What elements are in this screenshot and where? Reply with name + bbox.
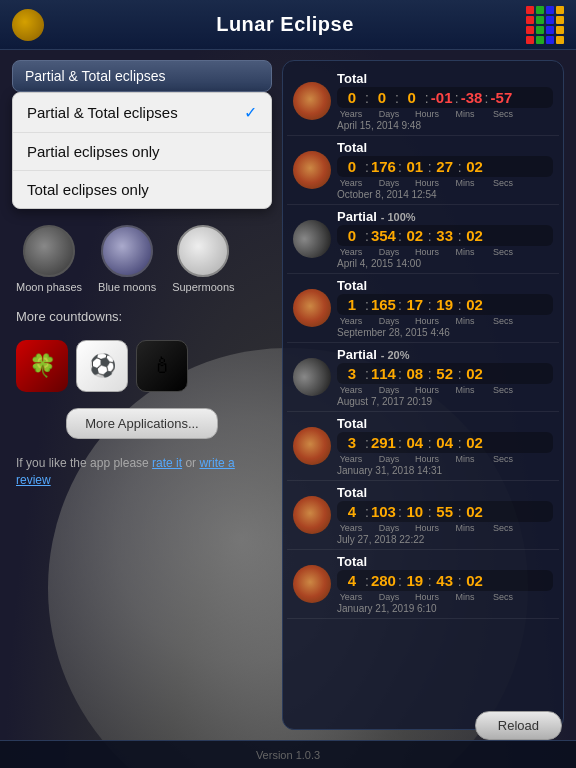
eclipse-info: Partial- 20%3:114:08:52:02YearsDaysHours… <box>337 347 553 407</box>
grid-icon[interactable] <box>526 6 564 44</box>
countdown-separator: : <box>396 297 404 313</box>
reload-area: Reload <box>475 711 562 740</box>
countdown-label-hours: Hours <box>413 316 441 326</box>
countdown-label-mins: Mins <box>451 316 479 326</box>
countdown-labels-row: YearsDaysHoursMinsSecs <box>337 454 553 464</box>
countdown-value-4: 02 <box>464 227 486 244</box>
eclipse-type-label: Total <box>337 554 553 569</box>
countdown-separator: : <box>396 159 404 175</box>
countdown-separator: : <box>396 435 404 451</box>
countdown-value-0: 0 <box>341 89 363 106</box>
countdown-row: 3:291:04:04:02 <box>337 432 553 453</box>
app-icon-2[interactable]: ⚽ <box>76 340 128 392</box>
blue-moons-item[interactable]: Blue moons <box>98 225 156 293</box>
eclipse-type-detail: - 100% <box>381 211 416 223</box>
countdown-label-hours: Hours <box>413 523 441 533</box>
eclipse-moon-thumbnail <box>293 427 331 465</box>
countdown-label-years: Years <box>337 316 365 326</box>
dropdown-item-label: Partial eclipses only <box>27 143 160 160</box>
countdown-labels-row: YearsDaysHoursMinsSecs <box>337 385 553 395</box>
dropdown-item-total[interactable]: Total eclipses only <box>13 171 271 208</box>
app-header: Lunar Eclipse <box>0 0 576 50</box>
countdown-separator: : <box>483 90 491 106</box>
countdown-separator: : <box>426 366 434 382</box>
countdown-value-2: 17 <box>404 296 426 313</box>
countdown-label-hours: Hours <box>413 385 441 395</box>
countdown-value-2: 0 <box>401 89 423 106</box>
eclipse-entry-3: Total1:165:17:19:02YearsDaysHoursMinsSec… <box>287 274 559 343</box>
countdown-row: 0:354:02:33:02 <box>337 225 553 246</box>
eclipse-info: Total4:280:19:43:02YearsDaysHoursMinsSec… <box>337 554 553 614</box>
countdown-separator: : <box>423 90 431 106</box>
countdown-label-mins: Mins <box>451 109 479 119</box>
eclipse-date: April 15, 2014 9:48 <box>337 120 553 131</box>
rate-app-text: If you like the app please rate it or wr… <box>12 451 272 493</box>
moon-icons-row: Moon phases Blue moons Supermoons <box>12 217 272 297</box>
countdown-value-0: 0 <box>341 227 363 244</box>
eclipse-type-label: Total <box>337 71 553 86</box>
rate-it-link[interactable]: rate it <box>152 456 182 470</box>
checkmark-icon: ✓ <box>244 103 257 122</box>
eclipse-entry-5: Total3:291:04:04:02YearsDaysHoursMinsSec… <box>287 412 559 481</box>
eclipse-info: Total0:176:01:27:02YearsDaysHoursMinsSec… <box>337 140 553 200</box>
app-icon-1[interactable]: 🍀 <box>16 340 68 392</box>
countdown-label-years: Years <box>337 454 365 464</box>
countdown-separator: : <box>456 504 464 520</box>
countdown-label-hours: Hours <box>413 592 441 602</box>
countdown-label-mins: Mins <box>451 385 479 395</box>
countdown-separator: : <box>426 435 434 451</box>
eclipse-entry-1: Total0:176:01:27:02YearsDaysHoursMinsSec… <box>287 136 559 205</box>
countdown-value-2: 19 <box>404 572 426 589</box>
eclipse-date: April 4, 2015 14:00 <box>337 258 553 269</box>
eclipse-moon-thumbnail <box>293 82 331 120</box>
eclipse-type-label: Total <box>337 140 553 155</box>
countdown-labels-row: YearsDaysHoursMinsSecs <box>337 316 553 326</box>
eclipse-entry-6: Total4:103:10:55:02YearsDaysHoursMinsSec… <box>287 481 559 550</box>
countdown-value-3: 04 <box>434 434 456 451</box>
countdown-label-years: Years <box>337 247 365 257</box>
dropdown-item-label: Total eclipses only <box>27 181 149 198</box>
countdown-value-1: 280 <box>371 572 396 589</box>
countdown-value-3: 52 <box>434 365 456 382</box>
countdown-row: 0:176:01:27:02 <box>337 156 553 177</box>
countdown-value-2: 02 <box>404 227 426 244</box>
countdown-row: 3:114:08:52:02 <box>337 363 553 384</box>
eclipse-type-dropdown[interactable]: Partial & Total eclipses <box>12 60 272 92</box>
eclipse-moon-thumbnail <box>293 496 331 534</box>
eclipse-date: July 27, 2018 22:22 <box>337 534 553 545</box>
countdown-value-4: 02 <box>464 503 486 520</box>
countdown-value-3: 33 <box>434 227 456 244</box>
app-icon-3[interactable]: 🕯 <box>136 340 188 392</box>
eclipse-entry-2: Partial- 100%0:354:02:33:02YearsDaysHour… <box>287 205 559 274</box>
countdown-separator: : <box>363 90 371 106</box>
countdown-label-years: Years <box>337 385 365 395</box>
reload-button[interactable]: Reload <box>475 711 562 740</box>
countdown-label-mins: Mins <box>451 592 479 602</box>
countdown-label-days: Days <box>375 454 403 464</box>
countdown-value-2: 01 <box>404 158 426 175</box>
more-apps-button[interactable]: More Applications... <box>66 408 217 439</box>
countdown-separator: : <box>363 504 371 520</box>
countdown-value-1: 114 <box>371 365 396 382</box>
countdown-separator: : <box>396 504 404 520</box>
eclipse-moon-thumbnail <box>293 565 331 603</box>
eclipse-date: January 31, 2018 14:31 <box>337 465 553 476</box>
countdown-value-1: 176 <box>371 158 396 175</box>
countdown-label-years: Years <box>337 523 365 533</box>
dropdown-item-partial[interactable]: Partial eclipses only <box>13 133 271 171</box>
countdown-value-1: 354 <box>371 227 396 244</box>
dropdown-item-partial-total[interactable]: Partial & Total eclipses ✓ <box>13 93 271 133</box>
countdown-label-hours: Hours <box>413 178 441 188</box>
countdown-row: 0:0:0:-01:-38:-57 <box>337 87 553 108</box>
countdown-label-years: Years <box>337 109 365 119</box>
countdown-separator: : <box>396 573 404 589</box>
moon-phases-item[interactable]: Moon phases <box>16 225 82 293</box>
countdown-value-0: 3 <box>341 434 363 451</box>
countdown-value-4: 02 <box>464 158 486 175</box>
countdown-row: 4:280:19:43:02 <box>337 570 553 591</box>
left-panel: Partial & Total eclipses Partial & Total… <box>12 60 272 730</box>
supermoons-item[interactable]: Supermoons <box>172 225 234 293</box>
moon-phases-icon <box>23 225 75 277</box>
eclipse-info: Partial- 100%0:354:02:33:02YearsDaysHour… <box>337 209 553 269</box>
countdown-label-mins: Mins <box>451 247 479 257</box>
